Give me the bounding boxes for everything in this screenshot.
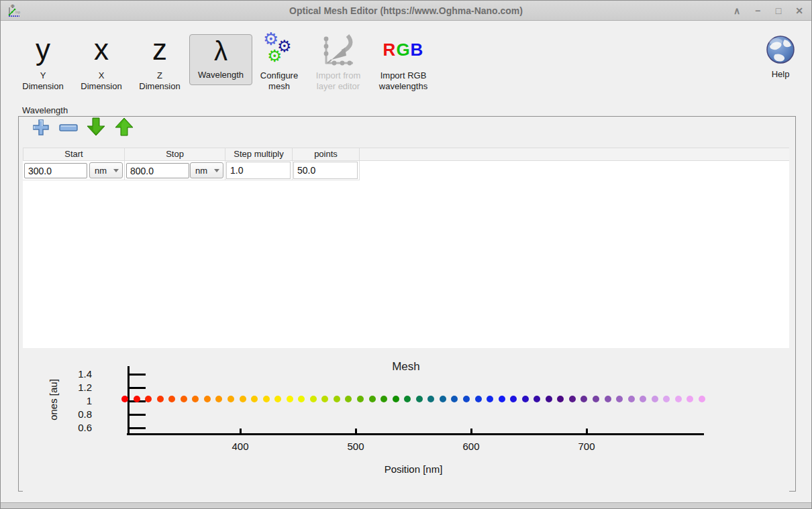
import-rgb-button[interactable]: RGB Import RGB wavelengths	[370, 33, 437, 92]
mesh-point	[546, 396, 552, 402]
help-button[interactable]: Help	[758, 33, 803, 80]
shade-button[interactable]: ∧	[731, 5, 742, 16]
x-tick-label: 500	[336, 441, 376, 452]
rgb-icon: RGB	[370, 33, 437, 68]
wavelength-label: Wavelength	[190, 70, 252, 80]
y-tick-label: 1.2	[60, 382, 92, 393]
mesh-point	[675, 396, 682, 402]
close-button[interactable]: ✕	[794, 5, 805, 16]
chart-title: Mesh	[23, 360, 789, 374]
status-bar	[1, 502, 811, 508]
mesh-point	[274, 396, 281, 402]
move-up-button[interactable]	[115, 117, 134, 139]
x-tick-label: 700	[566, 441, 607, 452]
configure-mesh-button[interactable]: ⚙ ⚙ ⚙ Configure mesh	[250, 33, 309, 92]
y-glyph: y	[12, 33, 74, 68]
mesh-point	[192, 396, 199, 402]
configure-mesh-label: Configure mesh	[255, 70, 303, 92]
globe-icon	[764, 33, 797, 66]
window-title: Optical Mesh Editor (https://www.Oghma-N…	[1, 5, 811, 16]
wavelength-button[interactable]: λ Wavelength	[189, 34, 252, 85]
mesh-point	[404, 396, 411, 402]
help-label: Help	[758, 69, 803, 80]
header-filler	[360, 148, 789, 161]
start-unit-select[interactable]: nm	[89, 162, 123, 178]
minimize-button[interactable]: −	[752, 5, 763, 16]
svg-text:Inp: Inp	[15, 10, 20, 14]
mesh-point	[580, 396, 587, 402]
mesh-point	[380, 396, 387, 402]
add-row-button[interactable]	[32, 119, 50, 139]
svg-text:Φ: Φ	[11, 4, 15, 9]
mesh-point	[569, 396, 576, 402]
stop-unit-select[interactable]: nm	[190, 162, 223, 178]
mesh-point	[534, 396, 540, 402]
mesh-point	[287, 396, 293, 402]
section-title: Wavelength	[22, 105, 68, 115]
maximize-button[interactable]: □	[773, 5, 784, 16]
x-tick-mark	[470, 429, 472, 433]
start-unit-value: nm	[95, 166, 107, 176]
x-tick-label: 400	[220, 441, 260, 452]
y-dimension-button[interactable]: y Y Dimension	[12, 33, 74, 92]
mesh-point	[487, 396, 493, 402]
mesh-point	[345, 396, 352, 402]
title-bar[interactable]: Φ Inp Optical Mesh Editor (https://www.O…	[1, 1, 811, 21]
remove-row-button[interactable]	[59, 123, 78, 135]
y-tick-label: 0.6	[60, 422, 92, 433]
mesh-point	[393, 396, 399, 402]
mesh-point	[463, 396, 470, 402]
mesh-point	[663, 396, 670, 402]
mesh-point	[628, 396, 635, 402]
mesh-point	[416, 396, 423, 402]
mesh-point	[510, 396, 517, 402]
points-value[interactable]: 50.0	[293, 162, 358, 179]
x-tick-label: 600	[451, 441, 491, 452]
mesh-point	[145, 396, 152, 402]
mesh-point	[215, 396, 222, 402]
chevron-down-icon	[214, 169, 219, 172]
import-layer-icon	[319, 33, 357, 68]
mesh-point	[251, 396, 258, 402]
x-dimension-label: X Dimension	[77, 70, 125, 92]
y-tick-mark	[130, 427, 146, 429]
points-cell: 50.0	[293, 161, 360, 180]
x-glyph: x	[70, 33, 132, 68]
mesh-point	[168, 396, 175, 402]
mesh-chart: Mesh ones [au] 1.41.210.80.6400500600700…	[23, 348, 789, 492]
mesh-point	[204, 396, 211, 402]
mesh-point	[451, 396, 458, 402]
mesh-point	[522, 396, 529, 402]
mesh-point	[310, 396, 317, 402]
x-tick-mark	[240, 429, 242, 433]
arrow-up-icon	[115, 117, 134, 136]
x-axis-line	[127, 433, 704, 435]
mesh-point	[334, 396, 340, 402]
lambda-glyph: λ	[190, 36, 252, 67]
z-dimension-label: Z Dimension	[136, 70, 184, 92]
app-icon: Φ Inp	[7, 3, 21, 21]
start-input[interactable]	[24, 163, 87, 178]
y-tick-mark	[130, 374, 146, 376]
import-layer-button: Import from layer editor	[307, 33, 370, 92]
mesh-point	[134, 396, 140, 402]
x-dimension-button[interactable]: x X Dimension	[70, 33, 132, 92]
mesh-table-header: Start Stop Step multiply points	[23, 148, 789, 161]
move-down-button[interactable]	[87, 117, 105, 139]
y-tick-label: 1	[60, 395, 92, 406]
mesh-table-body: nm nm 1.0 50.0	[23, 161, 789, 348]
mesh-point	[652, 396, 658, 402]
y-tick-mark	[130, 414, 146, 416]
z-dimension-button[interactable]: z Z Dimension	[129, 33, 191, 92]
table-row: nm nm 1.0 50.0	[23, 161, 360, 180]
import-rgb-label: Import RGB wavelengths	[376, 70, 431, 92]
mesh-point	[263, 396, 270, 402]
step-multiply-value[interactable]: 1.0	[226, 162, 291, 179]
x-tick-mark	[355, 429, 357, 433]
stop-input[interactable]	[126, 163, 189, 178]
mesh-point	[181, 396, 187, 402]
mesh-point	[687, 396, 693, 402]
mesh-point	[616, 396, 623, 402]
mesh-point	[475, 396, 482, 402]
mesh-point	[298, 396, 305, 402]
